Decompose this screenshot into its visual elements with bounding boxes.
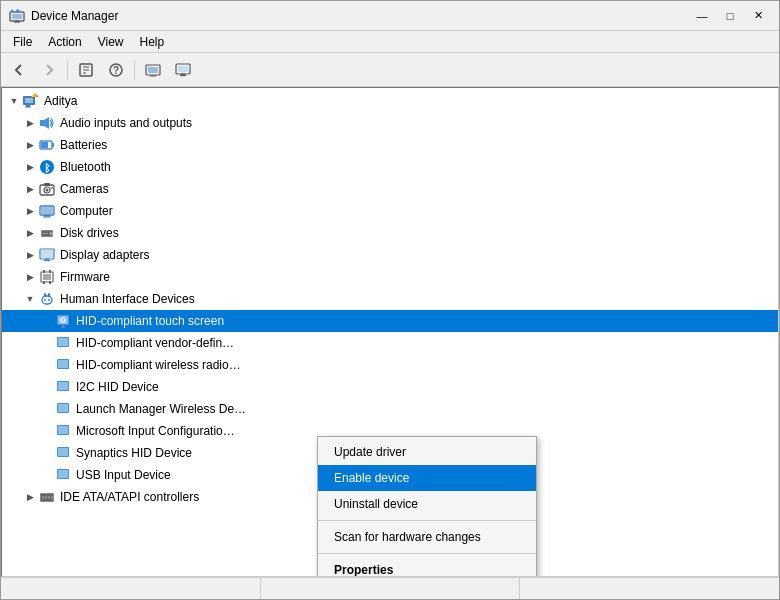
svg-marker-23 — [31, 93, 35, 97]
menu-action[interactable]: Action — [40, 33, 89, 51]
toolbar-scan-button[interactable] — [139, 57, 167, 83]
disk-expand-icon[interactable]: ▶ — [22, 225, 38, 241]
svg-rect-53 — [43, 274, 51, 280]
root-icon — [22, 92, 40, 110]
cameras-icon — [38, 180, 56, 198]
tree-item-hid-touch[interactable]: HID-compliant touch screen — [2, 310, 778, 332]
toolbar-back-button[interactable] — [5, 57, 33, 83]
toolbar-separator-2 — [134, 60, 135, 80]
status-pane-2 — [261, 578, 521, 599]
svg-rect-55 — [44, 293, 46, 297]
tree-item-hid[interactable]: ▼ Human Interface Devices — [2, 288, 778, 310]
hid-label: Human Interface Devices — [60, 292, 195, 306]
launch-icon — [54, 400, 72, 418]
svg-rect-38 — [44, 215, 50, 217]
menu-help[interactable]: Help — [132, 33, 173, 51]
svg-rect-54 — [42, 296, 52, 304]
hid-vendor-expand-icon — [38, 335, 54, 351]
content-area: ▼ Aditya ▶ — [1, 87, 779, 577]
audio-label: Audio inputs and outputs — [60, 116, 192, 130]
svg-rect-35 — [51, 187, 53, 189]
svg-rect-34 — [44, 183, 50, 186]
tree-item-hid-vendor[interactable]: HID-compliant vendor-defin… — [2, 332, 778, 354]
minimize-button[interactable]: — — [689, 6, 715, 26]
firmware-expand-icon[interactable]: ▶ — [22, 269, 38, 285]
svg-rect-56 — [48, 293, 50, 297]
batteries-label: Batteries — [60, 138, 107, 152]
microsoft-icon — [54, 422, 72, 440]
close-button[interactable]: ✕ — [745, 6, 771, 26]
svg-rect-45 — [41, 250, 53, 258]
firmware-label: Firmware — [60, 270, 110, 284]
root-expand-icon[interactable]: ▼ — [6, 93, 22, 109]
toolbar-separator-1 — [67, 60, 68, 80]
usb-input-expand-icon — [38, 467, 54, 483]
ctx-enable-device[interactable]: Enable device — [318, 465, 536, 491]
toolbar-properties-button[interactable] — [72, 57, 100, 83]
svg-rect-39 — [43, 217, 51, 218]
ctx-update-driver[interactable]: Update driver — [318, 439, 536, 465]
audio-expand-icon[interactable]: ▶ — [22, 115, 38, 131]
hid-expand-icon[interactable]: ▼ — [22, 291, 38, 307]
menu-view[interactable]: View — [90, 33, 132, 51]
tree-item-computer[interactable]: ▶ Computer — [2, 200, 778, 222]
disk-icon — [38, 224, 56, 242]
tree-item-display[interactable]: ▶ Display adapters — [2, 244, 778, 266]
computer-label: Computer — [60, 204, 113, 218]
device-tree[interactable]: ▼ Aditya ▶ — [1, 87, 779, 577]
maximize-button[interactable]: □ — [717, 6, 743, 26]
ide-expand-icon[interactable]: ▶ — [22, 489, 38, 505]
display-expand-icon[interactable]: ▶ — [22, 247, 38, 263]
i2c-label: I2C HID Device — [76, 380, 159, 394]
tree-item-launch[interactable]: Launch Manager Wireless De… — [2, 398, 778, 420]
svg-text:?: ? — [113, 65, 119, 76]
ide-icon — [38, 488, 56, 506]
tree-item-cameras[interactable]: ▶ Cameras — [2, 178, 778, 200]
status-bar — [1, 577, 779, 599]
usb-input-icon — [54, 466, 72, 484]
tree-item-audio[interactable]: ▶ Audio inputs and outputs — [2, 112, 778, 134]
display-label: Display adapters — [60, 248, 149, 262]
batteries-icon — [38, 136, 56, 154]
synaptics-expand-icon — [38, 445, 54, 461]
svg-rect-60 — [58, 316, 68, 324]
toolbar: ? — [1, 53, 779, 87]
toolbar-forward-button[interactable] — [35, 57, 63, 83]
context-menu: Update driver Enable device Uninstall de… — [317, 436, 537, 577]
svg-rect-50 — [49, 270, 51, 273]
cameras-expand-icon[interactable]: ▶ — [22, 181, 38, 197]
tree-item-disk[interactable]: ▶ Disk drives — [2, 222, 778, 244]
tree-item-bluetooth[interactable]: ▶ ᛒ Bluetooth — [2, 156, 778, 178]
hid-icon — [38, 290, 56, 308]
toolbar-help-button[interactable]: ? — [102, 57, 130, 83]
hid-touch-expand-icon — [38, 313, 54, 329]
svg-point-42 — [50, 232, 53, 235]
bluetooth-expand-icon[interactable]: ▶ — [22, 159, 38, 175]
ctx-properties[interactable]: Properties — [318, 557, 536, 577]
svg-text:ᛒ: ᛒ — [44, 162, 51, 174]
microsoft-expand-icon — [38, 423, 54, 439]
hid-touch-icon — [54, 312, 72, 330]
tree-item-i2c[interactable]: I2C HID Device — [2, 376, 778, 398]
tree-item-hid-wireless[interactable]: HID-compliant wireless radio… — [2, 354, 778, 376]
tree-item-batteries[interactable]: ▶ Batteries — [2, 134, 778, 156]
menu-file[interactable]: File — [5, 33, 40, 51]
ctx-separator-1 — [318, 520, 536, 521]
svg-rect-77 — [58, 470, 68, 478]
batteries-expand-icon[interactable]: ▶ — [22, 137, 38, 153]
computer-expand-icon[interactable]: ▶ — [22, 203, 38, 219]
window-title: Device Manager — [31, 9, 689, 23]
svg-rect-71 — [58, 404, 68, 412]
tree-item-firmware[interactable]: ▶ Firmware — [2, 266, 778, 288]
root-label: Aditya — [44, 94, 77, 108]
svg-rect-27 — [52, 143, 54, 147]
svg-point-58 — [48, 299, 50, 301]
tree-root[interactable]: ▼ Aditya — [2, 90, 778, 112]
toolbar-monitor-button[interactable] — [169, 57, 197, 83]
svg-rect-24 — [40, 120, 44, 126]
cameras-label: Cameras — [60, 182, 109, 196]
ctx-scan-changes[interactable]: Scan for hardware changes — [318, 524, 536, 550]
window-controls: — □ ✕ — [689, 6, 771, 26]
device-manager-window: Device Manager — □ ✕ File Action View He… — [0, 0, 780, 600]
ctx-uninstall-device[interactable]: Uninstall device — [318, 491, 536, 517]
